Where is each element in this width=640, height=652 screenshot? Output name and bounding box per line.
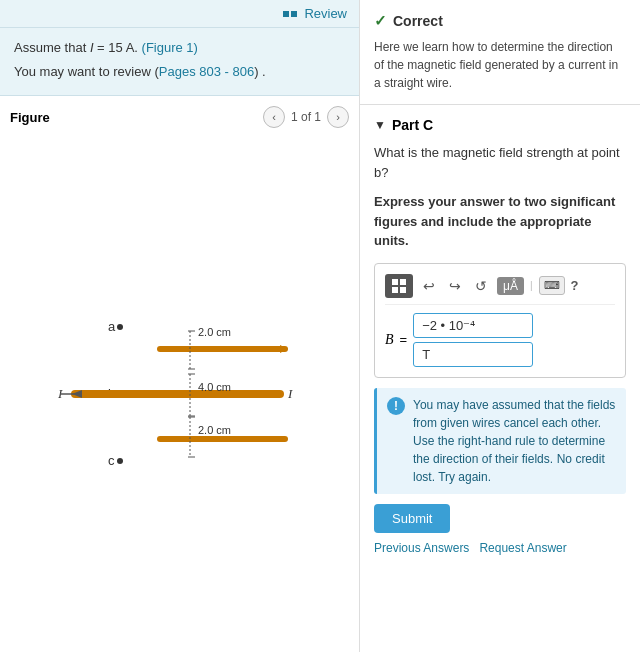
correct-section: ✓ Correct Here we learn how to determine…: [360, 0, 640, 105]
figure-label: Figure: [10, 110, 50, 125]
keyboard-button[interactable]: ⌨: [539, 276, 565, 295]
request-answer-link[interactable]: Request Answer: [479, 541, 566, 555]
figure-area: Figure ‹ 1 of 1 › a 2.0 cm: [0, 96, 359, 652]
correct-text: Here we learn how to determine the direc…: [374, 38, 626, 92]
review-icon: [283, 11, 297, 17]
answer-label: B: [385, 332, 394, 348]
undo-button[interactable]: ↩: [419, 276, 439, 296]
partc-instruction: Express your answer to two significant f…: [374, 192, 626, 251]
check-icon: ✓: [374, 12, 387, 30]
figure-nav: ‹ 1 of 1 ›: [263, 106, 349, 128]
submit-button[interactable]: Submit: [374, 504, 450, 533]
answer-inputs: B =: [385, 313, 615, 367]
partc-title: Part C: [392, 117, 433, 133]
review-link[interactable]: Review: [283, 6, 347, 21]
svg-text:c: c: [108, 453, 115, 468]
review-bar: Review: [0, 0, 359, 28]
problem-line2: You may want to review (Pages 803 - 806)…: [14, 62, 345, 82]
figure-header: Figure ‹ 1 of 1 ›: [10, 106, 349, 128]
refresh-button[interactable]: ↺: [471, 276, 491, 296]
help-button[interactable]: ?: [571, 278, 579, 293]
problem-text: Assume that I = 15 A. (Figure 1) You may…: [0, 28, 359, 96]
svg-text:4.0 cm: 4.0 cm: [198, 381, 231, 393]
correct-title: Correct: [393, 13, 443, 29]
svg-text:2.0 cm: 2.0 cm: [198, 424, 231, 436]
review-label: Review: [304, 6, 347, 21]
svg-point-0: [117, 324, 123, 330]
warning-icon: !: [387, 397, 405, 415]
toolbar-sep: |: [530, 280, 533, 291]
answer-toolbar: ↩ ↪ ↺ μÅ | ⌨ ?: [385, 274, 615, 305]
figure-counter: 1 of 1: [291, 110, 321, 124]
right-panel: ✓ Correct Here we learn how to determine…: [360, 0, 640, 652]
problem-line1: Assume that I = 15 A. (Figure 1): [14, 38, 345, 58]
answer-equals: =: [400, 332, 408, 347]
partc-question: What is the magnetic field strength at p…: [374, 143, 626, 182]
problem-prefix: Assume that: [14, 40, 90, 55]
answer-unit-input[interactable]: [413, 342, 533, 367]
svg-rect-28: [400, 279, 406, 285]
answer-value-input[interactable]: [413, 313, 533, 338]
triangle-icon: ▼: [374, 118, 386, 132]
partc-header: ▼ Part C: [374, 117, 626, 133]
warning-box: ! You may have assumed that the fields f…: [374, 388, 626, 494]
pages-link[interactable]: Pages 803 - 806: [159, 64, 254, 79]
problem-val: = 15 A: [94, 40, 135, 55]
partc-section: ▼ Part C What is the magnetic field stre…: [360, 105, 640, 652]
mu-button[interactable]: μÅ: [497, 277, 524, 295]
previous-answers-link[interactable]: Previous Answers: [374, 541, 469, 555]
svg-text:I: I: [287, 386, 293, 401]
svg-rect-27: [392, 279, 398, 285]
answer-fields: [413, 313, 533, 367]
svg-rect-30: [400, 287, 406, 293]
figure-link[interactable]: (Figure 1): [142, 40, 198, 55]
svg-text:a: a: [108, 319, 116, 334]
correct-header: ✓ Correct: [374, 12, 626, 30]
bottom-links: Previous Answers Request Answer: [374, 541, 626, 555]
left-panel: Review Assume that I = 15 A. (Figure 1) …: [0, 0, 360, 652]
svg-point-20: [117, 458, 123, 464]
svg-rect-29: [392, 287, 398, 293]
grid-button[interactable]: [385, 274, 413, 298]
warning-content: You may have assumed that the fields fro…: [413, 396, 616, 486]
answer-area: ↩ ↪ ↺ μÅ | ⌨ ? B =: [374, 263, 626, 378]
next-figure-btn[interactable]: ›: [327, 106, 349, 128]
redo-button[interactable]: ↪: [445, 276, 465, 296]
figure-diagram: a 2.0 cm b I: [10, 136, 349, 642]
prev-figure-btn[interactable]: ‹: [263, 106, 285, 128]
svg-text:2.0 cm: 2.0 cm: [198, 326, 231, 338]
